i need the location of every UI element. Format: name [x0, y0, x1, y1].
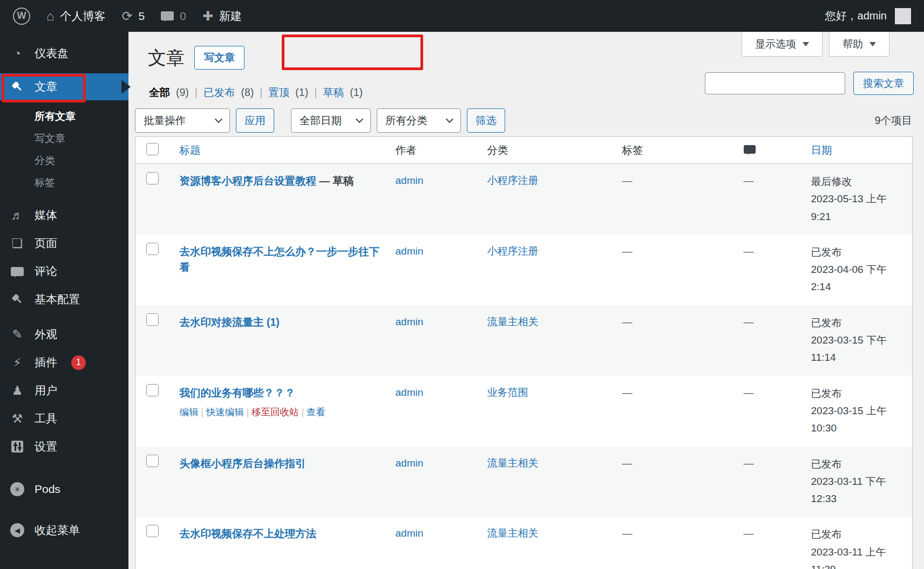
row-actions: 编辑 | 快速编辑 | 移至回收站 | 查看 [180, 405, 383, 419]
author-link[interactable]: admin [396, 175, 424, 186]
author-link[interactable]: admin [396, 527, 424, 539]
filter-sticky[interactable]: 置顶 [268, 85, 289, 100]
comments-cell: — [737, 235, 805, 305]
column-header-title[interactable]: 标题 [173, 137, 389, 164]
chevron-down-icon [215, 115, 222, 123]
apply-button[interactable]: 应用 [236, 108, 274, 133]
comments-link[interactable]: 0 [161, 10, 186, 23]
sidebar-item-label: 收起菜单 [35, 523, 80, 538]
sidebar-item-plugins[interactable]: ⚡ 插件 1 [0, 348, 128, 376]
sidebar-item-posts[interactable]: 文章 [0, 73, 128, 100]
tags-cell: — [616, 376, 737, 447]
sidebar-item-settings[interactable]: 设置 [0, 433, 128, 461]
row-checkbox[interactable] [146, 384, 159, 396]
tags-cell: — [616, 517, 737, 569]
search-input[interactable] [705, 72, 845, 94]
category-link[interactable]: 小程序注册 [487, 245, 539, 257]
screen-options-label: 显示选项 [755, 37, 796, 51]
main-content: 显示选项 帮助 文章 写文章 搜索文章 全部 (9) | 已发布 (8) | 置… [128, 32, 924, 569]
new-content-menu[interactable]: ✚ 新建 [202, 9, 242, 24]
account-greeting[interactable]: 您好，admin [825, 9, 887, 23]
trash-action[interactable]: 移至回收站 [252, 407, 299, 417]
user-icon: ♟ [9, 385, 25, 397]
tags-cell: — [616, 164, 737, 235]
column-header-date[interactable]: 日期 [805, 137, 913, 164]
submenu-categories[interactable]: 分类 [0, 149, 128, 172]
filter-draft[interactable]: 草稿 [323, 85, 344, 100]
category-link[interactable]: 流量主相关 [487, 457, 539, 469]
category-link[interactable]: 业务范围 [487, 387, 528, 398]
table-row: 头像框小程序后台操作指引 admin 流量主相关 — — 已发布 2023-03… [135, 447, 913, 517]
row-checkbox[interactable] [146, 243, 159, 255]
category-link[interactable]: 流量主相关 [487, 527, 539, 539]
post-datetime: 2023-04-06 下午 2:14 [811, 261, 906, 296]
sidebar-item-pages[interactable]: ❏ 页面 [0, 229, 128, 257]
post-title-link[interactable]: 我们的业务有哪些？？？ [180, 387, 296, 399]
pods-icon: ✳ [9, 482, 25, 496]
date-cell: 已发布 2023-03-15 下午 11:14 [805, 305, 913, 376]
date-cell: 已发布 2023-03-11 下午 12:33 [805, 447, 913, 517]
sidebar-item-tools[interactable]: ⚒ 工具 [0, 405, 128, 433]
submenu-tags[interactable]: 标签 [0, 172, 128, 194]
filter-separator: | [314, 86, 317, 99]
submenu-add-new-post[interactable]: 写文章 [0, 127, 128, 149]
row-checkbox[interactable] [146, 313, 159, 326]
category-filter-select[interactable]: 所有分类 [377, 108, 461, 133]
post-title-link[interactable]: 去水印视频保存不上处理方法 [180, 527, 317, 539]
row-checkbox[interactable] [146, 525, 159, 537]
help-tab[interactable]: 帮助 [829, 32, 889, 57]
table-row: 我们的业务有哪些？？？ 编辑 | 快速编辑 | 移至回收站 | 查看 admin… [135, 376, 913, 447]
updates-link[interactable]: ⟳ 5 [122, 10, 145, 23]
sidebar-item-label: 用户 [35, 383, 57, 398]
sidebar-item-pods[interactable]: ✳ Pods [0, 475, 128, 503]
add-new-post-button[interactable]: 写文章 [194, 46, 244, 70]
sidebar-collapse-menu[interactable]: ◀ 收起菜单 [0, 516, 128, 544]
chevron-down-icon [803, 42, 809, 50]
sidebar-item-media[interactable]: ♬ 媒体 [0, 201, 128, 229]
search-posts-button[interactable]: 搜索文章 [853, 72, 914, 95]
screen-options-tab[interactable]: 显示选项 [742, 32, 823, 57]
comments-cell: — [737, 164, 805, 235]
sidebar-item-basic-config[interactable]: 基本配置 [0, 285, 128, 313]
plugins-update-badge: 1 [71, 355, 86, 370]
author-link[interactable]: admin [396, 245, 424, 257]
comments-cell: — [737, 376, 805, 447]
admin-sidebar: ◔ 仪表盘 文章 所有文章 写文章 分类 标签 ♬ 媒体 ❏ 页面 评论 基本配… [0, 32, 128, 569]
bulk-action-select[interactable]: 批量操作 [135, 108, 230, 133]
author-link[interactable]: admin [396, 387, 424, 398]
category-link[interactable]: 流量主相关 [487, 316, 539, 327]
submenu-all-posts[interactable]: 所有文章 [0, 105, 128, 127]
post-title-link[interactable]: 去水印视频保存不上怎么办？一步一步往下看 [180, 245, 380, 273]
category-filter-value: 所有分类 [385, 113, 427, 128]
sidebar-item-dashboard[interactable]: ◔ 仪表盘 [0, 40, 128, 67]
pushpin-icon [9, 81, 25, 93]
sidebar-item-label: 页面 [35, 236, 57, 251]
filter-published[interactable]: 已发布 [203, 85, 235, 100]
category-link[interactable]: 小程序注册 [487, 175, 539, 186]
bulk-action-value: 批量操作 [144, 113, 186, 128]
sidebar-item-appearance[interactable]: ✎ 外观 [0, 320, 128, 348]
post-title-link[interactable]: 资源博客小程序后台设置教程 [180, 175, 317, 187]
site-link[interactable]: ⌂ 个人博客 [46, 9, 106, 24]
filter-all[interactable]: 全部 [149, 85, 170, 100]
sidebar-item-comments[interactable]: 评论 [0, 257, 128, 285]
row-checkbox[interactable] [146, 455, 159, 467]
new-content-label: 新建 [219, 9, 242, 24]
post-title-link[interactable]: 头像框小程序后台操作指引 [180, 457, 306, 469]
row-checkbox[interactable] [146, 172, 159, 184]
sidebar-item-users[interactable]: ♟ 用户 [0, 376, 128, 405]
avatar[interactable] [895, 8, 911, 24]
wordpress-menu[interactable]: W [13, 8, 30, 25]
view-action[interactable]: 查看 [307, 407, 325, 417]
edit-action[interactable]: 编辑 [180, 407, 199, 417]
tags-cell: — [616, 235, 737, 305]
comments-icon [744, 145, 756, 154]
quick-edit-action[interactable]: 快速编辑 [206, 407, 244, 417]
select-all-checkbox[interactable] [146, 143, 159, 155]
date-filter-select[interactable]: 全部日期 [291, 108, 371, 133]
filter-button[interactable]: 筛选 [467, 108, 505, 133]
post-title-link[interactable]: 去水印对接流量主 (1) [180, 316, 280, 328]
author-link[interactable]: admin [396, 316, 424, 327]
comments-cell: — [737, 305, 805, 376]
author-link[interactable]: admin [396, 457, 424, 469]
